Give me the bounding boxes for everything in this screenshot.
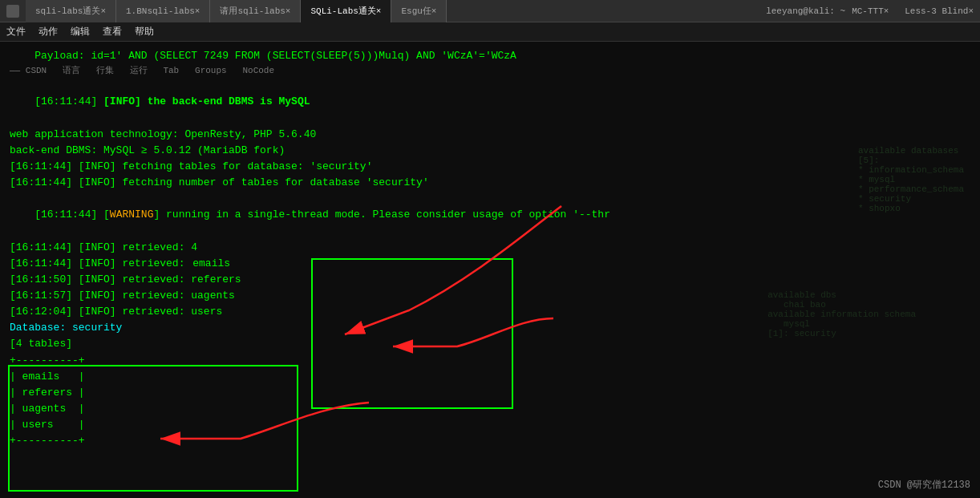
terminal-line-sep: —— CSDN 语言 行集 运行 Tab Groups NoCode [10,64,970,78]
title-bar: sqli-labs通关× 1.BNsqli-labs× 请用sqli-labs×… [0,0,980,22]
terminal-line-1: [16:11:44] [INFO] the back-end DBMS is M… [10,78,970,126]
tab-sqli-labs-2[interactable]: 1.BNsqli-labs× [116,0,210,22]
terminal-line-6: [16:11:44] [WARNING] running in a single… [10,191,970,239]
terminal-line-4: [16:11:44] [INFO] fetching tables for da… [10,159,970,175]
terminal-line-db: Database: security [10,320,970,336]
window-controls: MC-TTT× Less-3 Blind× [852,6,974,16]
menu-view[interactable]: 查看 [103,25,122,38]
tab-sqli-labs-3[interactable]: 请用sqli-labs× [210,0,301,22]
terminal-line-payload: Payload: id=1' AND (SELECT 7249 FROM (SE… [10,48,970,64]
tab-esgu[interactable]: Esgu任× [391,0,447,22]
terminal-line-border-bot: +----------+ [10,433,970,449]
title-bar-left: sqli-labs通关× 1.BNsqli-labs× 请用sqli-labs×… [6,0,450,22]
terminal-line-email: | emails | [10,369,970,385]
terminal-line-referers: | referers | [10,385,970,401]
terminal-line-9: [16:11:50] [INFO] retrieved: referers [10,272,970,288]
terminal-line-10: [16:11:57] [INFO] retrieved: uagents [10,288,970,304]
menu-action[interactable]: 动作 [38,25,58,38]
terminal-icon [6,5,19,18]
title-bar-right: leeyang@kali: ~ MC-TTT× Less-3 Blind× [766,6,974,16]
menu-file[interactable]: 文件 [6,25,26,38]
terminal-line-uagents: | uagents | [10,401,970,417]
tab-bar: sqli-labs通关× 1.BNsqli-labs× 请用sqli-labs×… [26,0,447,22]
tab-sqli-labs-4[interactable]: SQLi-Labs通关× [301,0,391,22]
terminal-line-11: [16:12:04] [INFO] retrieved: users [10,304,970,320]
terminal-line-2: web application technology: OpenResty, P… [10,127,970,143]
terminal-line-7: [16:11:44] [INFO] retrieved: 4 [10,240,970,256]
terminal-line-tables: [4 tables] [10,336,970,352]
menu-bar: 文件 动作 编辑 查看 帮助 [0,22,980,42]
terminal-line-border-top: +----------+ [10,353,970,369]
username-label: leeyang@kali: ~ [766,6,845,16]
terminal-line-users: | users | [10,417,970,433]
menu-help[interactable]: 帮助 [135,25,154,38]
terminal-line-5: [16:11:44] [INFO] fetching number of tab… [10,175,970,191]
terminal: available databases [5]: * information_s… [0,42,980,498]
terminal-line-8: [16:11:44] [INFO] retrieved: emails [10,256,970,272]
menu-edit[interactable]: 编辑 [71,25,90,38]
tab-sqli-labs-1[interactable]: sqli-labs通关× [26,0,116,22]
terminal-line-3: back-end DBMS: MySQL ≥ 5.0.12 (MariaDB f… [10,143,970,159]
watermark: CSDN @研究僧12138 [878,478,970,492]
